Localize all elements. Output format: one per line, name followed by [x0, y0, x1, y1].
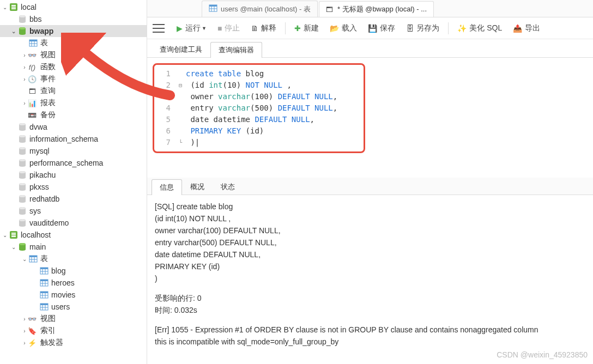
expand-caret-icon[interactable]: › — [21, 316, 28, 322]
table-icon — [209, 4, 217, 13]
tree-item-conn-local[interactable]: ⌄local — [0, 1, 147, 13]
database-icon — [18, 147, 27, 155]
code-line[interactable]: 7└ )| — [158, 137, 360, 148]
database-icon — [18, 15, 27, 23]
tree-item-db-pkxss[interactable]: pkxss — [0, 181, 147, 193]
tree-item-indexes-main[interactable]: ›🔖索引 — [0, 325, 147, 337]
tab-info[interactable]: 信息 — [152, 179, 182, 195]
fold-icon[interactable] — [177, 102, 184, 114]
sql-editor[interactable]: 1create table blog2⊟ (id int(10) NOT NUL… — [147, 58, 593, 178]
query-tab-icon: 🗔 — [326, 5, 333, 14]
fold-icon[interactable] — [177, 68, 184, 80]
hamburger-icon[interactable] — [153, 24, 165, 33]
tree-item-table-movies[interactable]: movies — [0, 289, 147, 301]
index-icon: 🔖 — [28, 326, 37, 336]
output-time: 时间: 0.032s — [155, 304, 585, 316]
tree-item-db-vauditdemo[interactable]: vauditdemo — [0, 217, 147, 229]
tree-item-table-users[interactable]: users — [0, 301, 147, 313]
object-tab[interactable]: 🗔* 无标题 @bwapp (local) - ... — [319, 1, 434, 17]
tree-item-events-bwapp[interactable]: ›🕓事件 — [0, 73, 147, 85]
tree-item-triggers-main[interactable]: ›⚡触发器 — [0, 337, 147, 349]
tree-item-tables-bwapp[interactable]: 表 — [0, 37, 147, 49]
stop-icon: ■ — [217, 24, 222, 33]
tree-label: performance_schema — [29, 159, 103, 167]
svg-point-23 — [19, 195, 26, 197]
saveas-button[interactable]: 🗄另存为 — [402, 21, 444, 35]
explain-button[interactable]: 🗎解释 — [246, 21, 281, 35]
tab-query-editor[interactable]: 查询编辑器 — [210, 42, 262, 58]
object-tab[interactable]: users @main (localhost) - 表 — [202, 1, 318, 17]
tree-label: 触发器 — [40, 338, 63, 348]
code-line[interactable]: 3 owner varchar(100) DEFAULT NULL, — [158, 91, 360, 102]
beautify-button[interactable]: ✨美化 SQL — [453, 21, 506, 35]
svg-point-21 — [19, 183, 26, 185]
tree-item-db-pikachu[interactable]: pikachu — [0, 169, 147, 181]
fold-icon[interactable] — [177, 125, 184, 137]
expand-caret-icon[interactable]: ⌄ — [1, 232, 9, 238]
query-toolbar: ▶运行 ▼ ■停止 🗎解释 ✚新建 📂载入 💾保存 🗄另存为 ✨美化 SQL 📤… — [147, 17, 593, 39]
tree-item-table-heroes[interactable]: heroes — [0, 277, 147, 289]
save-button[interactable]: 💾保存 — [364, 21, 400, 35]
expand-caret-icon[interactable]: › — [21, 64, 28, 70]
expand-caret-icon[interactable]: › — [21, 52, 28, 58]
tree-item-db-information_schema[interactable]: information_schema — [0, 133, 147, 145]
expand-caret-icon[interactable]: ⌄ — [10, 244, 17, 250]
expand-caret-icon[interactable]: › — [21, 340, 28, 346]
tab-summary[interactable]: 概况 — [182, 179, 213, 195]
expand-caret-icon[interactable]: ⌄ — [10, 28, 17, 34]
tree-item-views-bwapp[interactable]: ›👓视图 — [0, 49, 147, 61]
line-number: 6 — [158, 125, 171, 137]
expand-caret-icon[interactable]: › — [21, 100, 28, 106]
tree-item-db-redhatdb[interactable]: redhatdb — [0, 193, 147, 205]
tree-item-db-bbs[interactable]: bbs — [0, 13, 147, 25]
stop-button[interactable]: ■停止 — [213, 21, 244, 35]
explain-icon: 🗎 — [251, 24, 258, 33]
svg-point-25 — [19, 207, 26, 209]
tree-item-functions-bwapp[interactable]: ›f()函数 — [0, 61, 147, 73]
query-subtabs: 查询创建工具 查询编辑器 — [147, 39, 593, 58]
tree-label: redhatdb — [29, 195, 59, 203]
expand-caret-icon[interactable]: ⌄ — [21, 256, 28, 262]
code-line[interactable]: 2⊟ (id int(10) NOT NULL , — [158, 80, 360, 91]
fold-icon[interactable]: ⊟ — [177, 80, 184, 91]
tree-item-reports-bwapp[interactable]: ›📊报表 — [0, 97, 147, 109]
new-button[interactable]: ✚新建 — [290, 21, 323, 35]
export-button[interactable]: 📤导出 — [509, 21, 544, 35]
expand-caret-icon[interactable]: › — [21, 76, 28, 82]
tree-item-queries-bwapp[interactable]: 🗔查询 — [0, 85, 147, 97]
tree-item-db-main[interactable]: ⌄main — [0, 241, 147, 253]
code-line[interactable]: 4 entry varchar(500) DEFAULT NULL, — [158, 102, 360, 114]
code-line[interactable]: 6 PRIMARY KEY (id) — [158, 125, 360, 137]
svg-point-2 — [19, 15, 26, 17]
run-button[interactable]: ▶运行 ▼ — [172, 21, 211, 35]
fold-icon[interactable] — [177, 114, 184, 125]
tree-item-db-dvwa[interactable]: dvwa — [0, 121, 147, 133]
saveas-icon: 🗄 — [406, 24, 414, 33]
line-number: 4 — [158, 102, 171, 114]
code-line[interactable]: 1create table blog — [158, 68, 360, 80]
tab-status[interactable]: 状态 — [213, 179, 243, 195]
database-tree-sidebar: ⌄localbbs⌄bwapp表›👓视图›f()函数›🕓事件🗔查询›📊报表📼备份… — [0, 0, 147, 364]
tree-item-views-main[interactable]: ›👓视图 — [0, 313, 147, 325]
tree-item-conn-localhost[interactable]: ⌄localhost — [0, 229, 147, 241]
fold-icon[interactable] — [177, 91, 184, 102]
tree-item-db-bwapp[interactable]: ⌄bwapp — [0, 25, 147, 37]
tree-label: 查询 — [40, 86, 56, 96]
tree-item-db-mysql[interactable]: mysql — [0, 145, 147, 157]
svg-point-17 — [19, 159, 26, 161]
tree-item-table-blog[interactable]: blog — [0, 265, 147, 277]
svg-point-13 — [19, 135, 26, 137]
tree-item-db-sys[interactable]: sys — [0, 205, 147, 217]
tab-query-builder[interactable]: 查询创建工具 — [152, 41, 210, 57]
tree-item-backup-bwapp[interactable]: 📼备份 — [0, 109, 147, 121]
code-line[interactable]: 5 date datetime DEFAULT NULL, — [158, 114, 360, 125]
fold-icon[interactable]: └ — [177, 137, 184, 148]
table-icon — [29, 254, 38, 263]
expand-caret-icon[interactable]: ⌄ — [1, 4, 9, 10]
svg-point-11 — [19, 123, 26, 125]
expand-caret-icon[interactable]: › — [21, 328, 28, 334]
tree-label: local — [21, 3, 37, 11]
tree-item-tables-main[interactable]: ⌄表 — [0, 253, 147, 265]
load-button[interactable]: 📂载入 — [325, 21, 361, 35]
tree-item-db-performance_schema[interactable]: performance_schema — [0, 157, 147, 169]
